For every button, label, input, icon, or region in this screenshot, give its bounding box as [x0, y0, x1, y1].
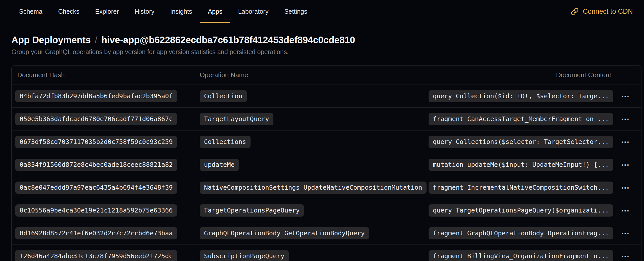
document-hash-value: 04bfa72dfb83b297dd8a5b6fed9bafac2b395a0f [15, 90, 177, 102]
operation-name-cell: Collections [200, 136, 429, 148]
ellipsis-icon: ⋯ [621, 251, 630, 261]
deployed-operations-table: Document Hash Operation Name Document Co… [11, 65, 641, 261]
operation-name-cell: TargetOperationsPageQuery [200, 204, 429, 217]
row-menu-button[interactable]: ⋯ [613, 228, 638, 238]
ellipsis-icon: ⋯ [621, 137, 630, 147]
document-content-cell: fragment IncrementalNativeCompositionSwi… [429, 182, 613, 194]
document-content-cell: fragment BillingView_OrganizationFragmen… [429, 250, 613, 261]
breadcrumb: App Deployments / hive-app@b622862ecdba7… [11, 35, 641, 45]
document-content-value: fragment BillingView_OrganizationFragmen… [429, 250, 613, 261]
document-content-cell: query Collection($id: ID!, $selector: Ta… [429, 90, 613, 102]
ellipsis-icon: ⋯ [621, 183, 630, 193]
operation-name-cell: SubscriptionPageQuery [200, 250, 429, 261]
nav-tab[interactable]: History [127, 0, 162, 23]
ellipsis-icon: ⋯ [621, 91, 630, 101]
document-content-value: query TargetOperationsPageQuery($organiz… [429, 204, 613, 217]
table-header-row: Document Hash Operation Name Document Co… [12, 66, 641, 85]
ellipsis-icon: ⋯ [621, 114, 630, 124]
nav-tab[interactable]: Schema [11, 0, 50, 23]
document-hash-value: 0d16928d8572c41ef6e032d2c7c72ccbd6e73baa [15, 227, 177, 239]
ellipsis-icon: ⋯ [621, 160, 630, 170]
operation-name-value: updateMe [200, 159, 239, 171]
nav-tab[interactable]: Checks [50, 0, 87, 23]
table-row: 0d16928d8572c41ef6e032d2c7c72ccbd6e73baa… [12, 222, 641, 245]
document-content-value: query Collections($selector: TargetSelec… [429, 136, 613, 148]
table-row: 0ac8e047eddd97a97eac6435a4b694f4e3648f39… [12, 176, 641, 199]
table-row: 050e5b363dafdcacd6780e706cadf771d06a867c… [12, 108, 641, 130]
ellipsis-icon: ⋯ [621, 228, 630, 238]
app-deployment-page: App Deployments / hive-app@b622862ecdba7… [0, 35, 644, 261]
document-content-cell: query TargetOperationsPageQuery($organiz… [429, 204, 613, 217]
column-header-document-content: Document Content [556, 71, 611, 79]
table-row: 0c10556a9be4ca30e19e21c1218a592b75e63366… [12, 199, 641, 222]
table-row: 0a834f91560d872e8c4bec0ade18ceec88821a82… [12, 153, 641, 176]
row-menu-button[interactable]: ⋯ [613, 160, 638, 170]
document-hash-cell: 0d16928d8572c41ef6e032d2c7c72ccbd6e73baa [15, 227, 200, 239]
operation-name-value: TargetOperationsPageQuery [200, 204, 304, 217]
breadcrumb-separator: / [95, 35, 97, 45]
ellipsis-icon: ⋯ [621, 205, 630, 216]
row-menu-button[interactable]: ⋯ [613, 114, 638, 124]
breadcrumb-current-app: hive-app@b622862ecdba7c61b78f412453def89… [101, 35, 355, 45]
connect-to-cdn-label: Connect to CDN [583, 8, 633, 15]
document-hash-value: 0a834f91560d872e8c4bec0ade18ceec88821a82 [15, 159, 177, 171]
connect-to-cdn-button[interactable]: Connect to CDN [571, 0, 633, 23]
operation-name-cell: GraphQLOperationBody_GetOperationBodyQue… [200, 227, 429, 239]
nav-tab[interactable]: Explorer [87, 0, 127, 23]
top-navigation: SchemaChecksExplorerHistoryInsightsAppsL… [0, 0, 644, 23]
row-menu-button[interactable]: ⋯ [613, 251, 638, 261]
operation-name-cell: TargetLayoutQuery [200, 113, 429, 125]
document-content-cell: query Collections($selector: TargetSelec… [429, 136, 613, 148]
operation-name-value: NativeCompositionSettings_UpdateNativeCo… [200, 182, 427, 194]
nav-tab[interactable]: Insights [162, 0, 200, 23]
column-header-operation-name: Operation Name [200, 71, 556, 79]
document-content-cell: fragment CanAccessTarget_MemberFragment … [429, 113, 613, 125]
operation-name-value: Collection [200, 90, 247, 102]
document-hash-value: 126d46a4284abe31c13c78f7959d56eeb21725dc [15, 250, 177, 261]
nav-tab[interactable]: Laboratory [230, 0, 276, 23]
document-content-cell: mutation updateMe($input: UpdateMeInput!… [429, 159, 613, 171]
document-hash-cell: 0a834f91560d872e8c4bec0ade18ceec88821a82 [15, 159, 200, 171]
row-menu-button[interactable]: ⋯ [613, 205, 638, 216]
nav-tab[interactable]: Apps [200, 0, 230, 23]
row-menu-button[interactable]: ⋯ [613, 183, 638, 193]
link-icon [571, 8, 579, 15]
document-content-value: mutation updateMe($input: UpdateMeInput!… [429, 159, 613, 171]
document-hash-cell: 050e5b363dafdcacd6780e706cadf771d06a867c [15, 113, 200, 125]
operation-name-value: Collections [200, 136, 251, 148]
operation-name-value: GraphQLOperationBody_GetOperationBodyQue… [200, 227, 369, 239]
operation-name-value: SubscriptionPageQuery [200, 250, 289, 261]
document-content-value: fragment CanAccessTarget_MemberFragment … [429, 113, 613, 125]
document-hash-value: 050e5b363dafdcacd6780e706cadf771d06a867c [15, 113, 177, 125]
operation-name-cell: updateMe [200, 159, 429, 171]
table-row: 04bfa72dfb83b297dd8a5b6fed9bafac2b395a0f… [12, 85, 641, 108]
nav-tab[interactable]: Settings [276, 0, 315, 23]
document-hash-cell: 04bfa72dfb83b297dd8a5b6fed9bafac2b395a0f [15, 90, 200, 102]
breadcrumb-root[interactable]: App Deployments [11, 35, 91, 45]
document-content-value: fragment IncrementalNativeCompositionSwi… [429, 182, 613, 194]
document-hash-value: 0c10556a9be4ca30e19e21c1218a592b75e63366 [15, 204, 177, 217]
document-hash-cell: 126d46a4284abe31c13c78f7959d56eeb21725dc [15, 250, 200, 261]
table-row: 126d46a4284abe31c13c78f7959d56eeb21725dc… [12, 245, 641, 261]
row-menu-button[interactable]: ⋯ [613, 137, 638, 147]
document-hash-cell: 0673df58cd7037117035b2d0c758f59c0c93c259 [15, 136, 200, 148]
table-row: 0673df58cd7037117035b2d0c758f59c0c93c259… [12, 130, 641, 153]
page-subtitle: Group your GraphQL operations by app ver… [11, 48, 641, 56]
document-content-value: fragment GraphQLOperationBody_OperationF… [429, 227, 613, 239]
document-hash-cell: 0c10556a9be4ca30e19e21c1218a592b75e63366 [15, 204, 200, 217]
row-menu-button[interactable]: ⋯ [613, 91, 638, 101]
operation-name-value: TargetLayoutQuery [200, 113, 273, 125]
document-hash-value: 0673df58cd7037117035b2d0c758f59c0c93c259 [15, 136, 177, 148]
operation-name-cell: NativeCompositionSettings_UpdateNativeCo… [200, 182, 429, 194]
document-hash-cell: 0ac8e047eddd97a97eac6435a4b694f4e3648f39 [15, 182, 200, 194]
document-hash-value: 0ac8e047eddd97a97eac6435a4b694f4e3648f39 [15, 182, 177, 194]
document-content-value: query Collection($id: ID!, $selector: Ta… [429, 90, 613, 102]
column-header-document-hash: Document Hash [17, 71, 200, 79]
document-content-cell: fragment GraphQLOperationBody_OperationF… [429, 227, 613, 239]
operation-name-cell: Collection [200, 90, 429, 102]
